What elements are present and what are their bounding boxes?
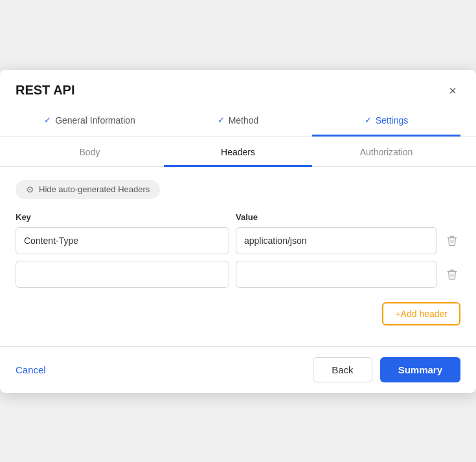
wizard-tab-general[interactable]: ✓ General Information: [16, 109, 164, 137]
wizard-tab-method-label: Method: [229, 115, 259, 126]
tab-headers[interactable]: Headers: [164, 139, 312, 167]
check-icon: ✓: [365, 115, 372, 125]
column-labels: Key Value: [16, 212, 460, 222]
wizard-tabs: ✓ General Information ✓ Method ✓ Setting…: [0, 109, 476, 137]
cancel-button[interactable]: Cancel: [16, 359, 46, 380]
header-key-input-2[interactable]: [16, 261, 229, 288]
tab-authorization-label: Authorization: [360, 147, 413, 157]
check-icon: ✓: [44, 115, 51, 125]
header-row-1: [16, 227, 460, 254]
check-icon: ✓: [218, 115, 225, 125]
delete-header-button-2[interactable]: [444, 269, 460, 280]
delete-header-button-1[interactable]: [444, 235, 460, 247]
tab-body-label: Body: [80, 147, 100, 157]
tab-body[interactable]: Body: [16, 139, 164, 167]
rest-api-dialog: REST API × ✓ General Information ✓ Metho…: [0, 70, 476, 393]
wizard-tab-method[interactable]: ✓ Method: [164, 109, 312, 137]
inner-tabs: Body Headers Authorization: [0, 139, 476, 167]
wizard-tab-settings[interactable]: ✓ Settings: [312, 109, 460, 137]
summary-button[interactable]: Summary: [380, 357, 460, 382]
header-row-2: [16, 261, 460, 288]
header-value-input-1[interactable]: [236, 227, 437, 254]
toggle-button-label: Hide auto-generated Headers: [39, 184, 150, 194]
footer-right: Back Summary: [313, 357, 460, 382]
close-button[interactable]: ×: [445, 83, 460, 98]
add-header-row: +Add header: [16, 294, 460, 325]
dialog-header: REST API ×: [0, 70, 476, 109]
tab-headers-label: Headers: [221, 147, 255, 157]
back-button[interactable]: Back: [313, 357, 372, 382]
header-value-input-2[interactable]: [236, 261, 437, 288]
content-area: ⚙ Hide auto-generated Headers Key Value: [0, 167, 476, 336]
toggle-auto-headers-button[interactable]: ⚙ Hide auto-generated Headers: [16, 180, 160, 199]
header-key-input-1[interactable]: [16, 227, 229, 254]
add-header-button[interactable]: +Add header: [382, 302, 460, 325]
link-icon: ⚙: [26, 184, 34, 195]
wizard-tab-settings-label: Settings: [376, 115, 409, 126]
tab-authorization[interactable]: Authorization: [312, 139, 460, 167]
dialog-footer: Cancel Back Summary: [0, 346, 476, 393]
dialog-title: REST API: [16, 83, 75, 98]
col-key-label: Key: [16, 212, 236, 222]
col-value-label: Value: [236, 212, 258, 222]
wizard-tab-general-label: General Information: [55, 115, 135, 126]
